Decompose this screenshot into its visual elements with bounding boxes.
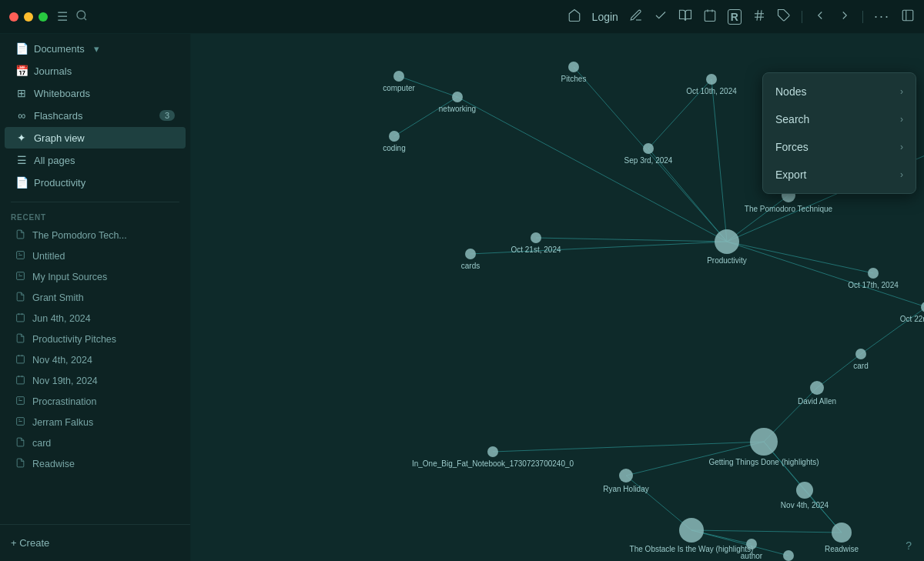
sidebar-item-flashcards[interactable]: ∞ Flashcards 3 (5, 105, 186, 126)
sidebar-item-graphview[interactable]: ✦ Graph view (5, 127, 186, 149)
svg-point-50 (619, 469, 633, 483)
graph-edge (691, 530, 842, 533)
recent-list: The Pomodoro Tech...UntitledMy Input Sou… (0, 225, 190, 475)
sidebar-recent-item[interactable]: Nov 19th, 2024 (5, 371, 186, 391)
graph-node[interactable]: networking (439, 92, 476, 113)
whiteboards-icon: ⊞ (15, 87, 28, 99)
minimize-button[interactable] (24, 12, 33, 22)
maximize-button[interactable] (38, 12, 48, 22)
svg-point-54 (832, 523, 852, 543)
graph-node[interactable]: cards (461, 249, 480, 270)
puzzle-icon[interactable] (777, 8, 791, 25)
nav-separator (802, 11, 802, 23)
graph-node[interactable]: David Allen (798, 381, 836, 406)
pencil-icon[interactable] (629, 8, 643, 25)
svg-line-8 (760, 10, 762, 21)
book-icon[interactable] (678, 8, 692, 25)
calendar-icon[interactable] (703, 8, 717, 25)
graph-edge (727, 242, 873, 273)
graph-node-label: The Pomodoro Technique (745, 205, 833, 213)
traffic-lights (9, 12, 48, 22)
sidebar-item-whiteboards[interactable]: ⊞ Whiteboards (5, 82, 186, 104)
sidebar-recent-item[interactable]: Readwise (5, 454, 186, 474)
sidebar-recent-item[interactable]: Grant Smith (5, 288, 186, 308)
r-icon[interactable]: R (728, 9, 742, 25)
graph-node[interactable]: Getting Things Done (highlights) (708, 428, 819, 466)
dropdown-item-nodes[interactable]: Nodes› (763, 78, 916, 105)
flashcards-icon: ∞ (15, 109, 28, 122)
graph-edge (626, 476, 691, 530)
productivity-icon: 📄 (15, 176, 28, 189)
graph-node-label: Productivity (707, 256, 747, 265)
svg-rect-24 (17, 376, 25, 384)
graph-node[interactable]: coding (383, 131, 405, 152)
svg-point-49 (487, 446, 498, 457)
svg-line-7 (757, 10, 758, 21)
close-button[interactable] (9, 12, 18, 22)
graph-node[interactable]: Pitches (561, 62, 587, 83)
login-button[interactable]: Login (592, 11, 618, 23)
sidebar-item-allpages[interactable]: ☰ All pages (5, 149, 186, 171)
recent-item-icon (15, 229, 26, 242)
graph-node[interactable]: Nov 4th, 2024 (781, 482, 829, 509)
sidebar-recent-item[interactable]: card (5, 433, 186, 453)
dropdown-item-export[interactable]: Export› (763, 161, 916, 189)
recent-item-icon (15, 333, 26, 346)
sidebar-item-productivity[interactable]: 📄 Productivity (5, 172, 186, 193)
graph-node[interactable]: Ryan Holiday (603, 469, 648, 493)
svg-point-43 (868, 268, 879, 279)
sidebar-main-nav: 📄 Documents ▾ 📅 Journals ⊞ Whiteboards ∞… (0, 34, 190, 197)
graph-node[interactable]: Oct 21st, 2024 (511, 232, 561, 254)
graph-node[interactable]: card (853, 349, 868, 370)
forward-icon[interactable] (838, 8, 852, 25)
sidebar-recent-item[interactable]: Nov 4th, 2024 (5, 350, 186, 370)
graph-node[interactable]: computer (383, 71, 415, 92)
sidebar-item-documents[interactable]: 📄 Documents ▾ (5, 38, 186, 59)
more-icon[interactable]: ··· (874, 8, 890, 25)
graph-node-label: Ryan Holiday (603, 485, 648, 493)
help-button[interactable]: ? (906, 539, 912, 552)
recent-item-icon (15, 354, 26, 366)
svg-point-0 (77, 11, 85, 19)
svg-point-48 (796, 482, 813, 499)
graph-edge (536, 238, 727, 242)
graph-node[interactable]: Productivity (707, 229, 747, 265)
check-icon[interactable] (654, 8, 668, 25)
sidebar-recent-item[interactable]: Untitled (5, 246, 186, 266)
svg-line-1 (84, 18, 86, 20)
graph-node[interactable]: Sep 3rd, 2024 (624, 143, 673, 165)
graph-node[interactable]: Readwise (825, 523, 859, 553)
sidebar-recent-item[interactable]: Jerram Falkus (5, 412, 186, 432)
create-button[interactable]: + Create (11, 533, 179, 553)
dropdown-item-search[interactable]: Search› (763, 105, 916, 133)
dropdown-menu: Nodes›Search›Forces›Export› (762, 72, 916, 194)
sidebar-recent-item[interactable]: Procrastination (5, 392, 186, 412)
home-icon[interactable] (567, 8, 581, 25)
sidebar-item-journals[interactable]: 📅 Journals (5, 60, 186, 82)
hash-icon[interactable] (752, 8, 766, 25)
dropdown-item-forces[interactable]: Forces› (763, 133, 916, 161)
graph-node-label: The Obstacle Is the Way (highlights) (630, 545, 754, 553)
titlebar: ☰ Login R (0, 0, 924, 34)
svg-point-36 (389, 131, 400, 142)
sidebar-recent-item[interactable]: My Input Sources (5, 267, 186, 287)
search-icon[interactable] (75, 9, 88, 25)
graph-node[interactable]: Oct 17th, 2024 (848, 268, 899, 289)
sidebar-divider (11, 202, 179, 202)
menu-icon[interactable]: ☰ (57, 9, 68, 24)
graph-node-label: computer (383, 84, 415, 92)
sidebar-recent-item[interactable]: Jun 4th, 2024 (5, 309, 186, 329)
graph-node[interactable]: category (774, 550, 803, 561)
graph-node[interactable]: The Obstacle Is the Way (highlights) (630, 518, 754, 553)
recent-item-icon (15, 375, 26, 387)
graph-node-label: Getting Things Done (highlights) (708, 458, 819, 466)
recent-item-icon (15, 292, 26, 304)
recent-item-icon (15, 312, 26, 325)
back-icon[interactable] (813, 8, 827, 25)
graph-node-label: In_One_Big_Fat_Notebook_1730723700240_0 (412, 459, 574, 468)
svg-point-45 (855, 349, 866, 359)
sidebar-toggle-icon[interactable] (901, 8, 915, 25)
sidebar-recent-item[interactable]: Productivity Pitches (5, 329, 186, 349)
sidebar-recent-item[interactable]: The Pomodoro Tech... (5, 225, 186, 245)
recent-item-icon (15, 271, 26, 283)
